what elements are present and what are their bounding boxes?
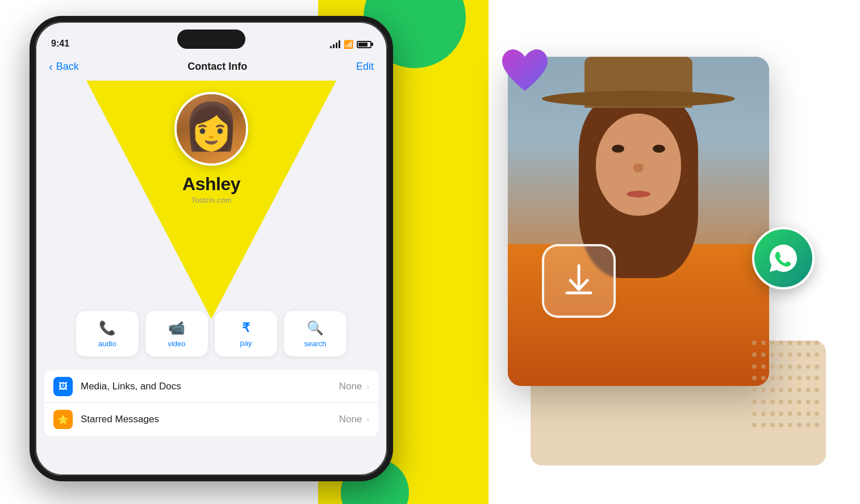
heart-badge xyxy=(496,45,553,99)
contact-photo xyxy=(177,94,246,163)
nav-bar: ‹ Back Contact Info Edit xyxy=(35,52,387,81)
pay-icon: ₹ xyxy=(242,321,250,335)
video-icon: 📹 xyxy=(168,320,185,336)
contact-photo-large xyxy=(508,57,769,386)
starred-messages-label: Starred Messages xyxy=(81,414,339,425)
media-links-docs-item[interactable]: 🖼 Media, Links, and Docs None › xyxy=(44,370,378,403)
audio-label: audio xyxy=(98,339,116,348)
edit-button[interactable]: Edit xyxy=(356,61,374,73)
media-icon: 🖼 xyxy=(53,377,73,396)
dynamic-island xyxy=(177,30,245,49)
wifi-icon: 📶 xyxy=(344,40,353,49)
media-links-docs-label: Media, Links, and Docs xyxy=(81,381,339,392)
contact-subtitle: Toolzin.com xyxy=(191,196,232,204)
starred-messages-item[interactable]: ⭐ Starred Messages None › xyxy=(44,403,378,436)
star-icon: ⭐ xyxy=(53,410,73,429)
starred-messages-value: None xyxy=(339,414,362,425)
heart-icon xyxy=(496,45,553,96)
phone-body: 9:41 📶 ‹ Ba xyxy=(30,16,393,481)
chevron-left-icon: ‹ xyxy=(49,60,53,73)
media-links-docs-value: None xyxy=(339,381,362,392)
right-section xyxy=(508,34,803,465)
whatsapp-icon xyxy=(765,240,801,276)
page: 9:41 📶 ‹ Ba xyxy=(0,0,860,504)
photo-card xyxy=(508,57,769,386)
back-button[interactable]: ‹ Back xyxy=(49,60,79,73)
search-label: search xyxy=(304,339,326,348)
status-icons: 📶 xyxy=(330,40,371,49)
video-button[interactable]: 📹 video xyxy=(145,311,208,356)
phone-wrapper: 9:41 📶 ‹ Ba xyxy=(30,16,404,487)
nav-title: Contact Info xyxy=(187,61,247,73)
signal-icon xyxy=(330,40,340,48)
pay-button[interactable]: ₹ pay xyxy=(215,311,277,356)
search-icon: 🔍 xyxy=(307,320,324,336)
menu-section: 🖼 Media, Links, and Docs None › ⭐ Starre… xyxy=(35,370,387,436)
face xyxy=(596,114,681,216)
battery-icon xyxy=(357,41,371,48)
audio-button[interactable]: 📞 audio xyxy=(76,311,139,356)
search-button[interactable]: 🔍 search xyxy=(284,311,346,356)
download-button[interactable] xyxy=(542,244,616,318)
chevron-right-icon: › xyxy=(366,382,369,391)
action-row: 📞 audio 📹 video ₹ pay 🔍 search xyxy=(35,311,387,356)
hat-brim xyxy=(542,91,735,107)
avatar xyxy=(174,92,248,166)
chevron-right-icon-2: › xyxy=(366,415,369,424)
profile-section: Ashley Toolzin.com xyxy=(35,81,387,204)
download-icon xyxy=(559,261,599,301)
video-label: video xyxy=(168,339,185,348)
contact-name: Ashley xyxy=(182,174,240,195)
pay-label: pay xyxy=(240,339,252,347)
back-label: Back xyxy=(56,61,79,73)
phone-icon: 📞 xyxy=(99,320,116,336)
status-time: 9:41 xyxy=(51,39,69,49)
whatsapp-badge xyxy=(752,227,815,289)
dots-decoration xyxy=(752,341,820,431)
